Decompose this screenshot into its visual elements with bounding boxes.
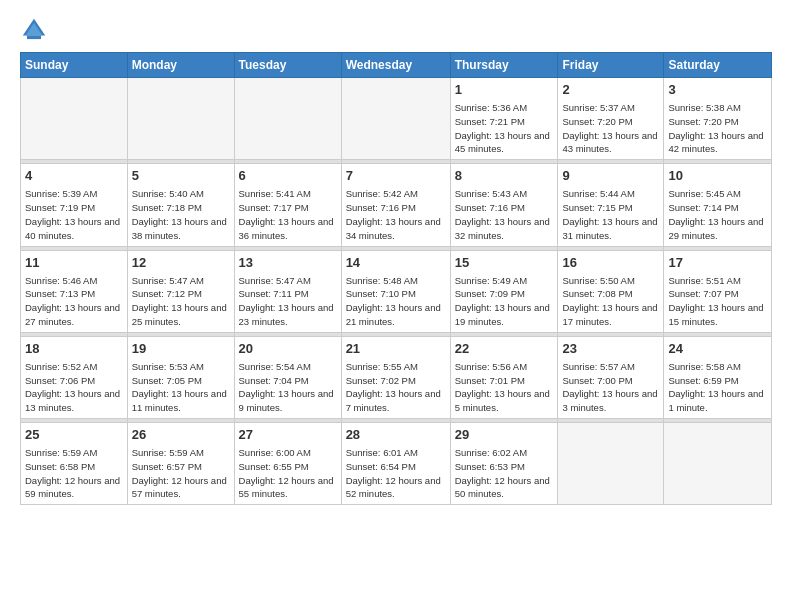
calendar-day-cell [21, 78, 128, 160]
day-number: 15 [455, 254, 554, 272]
calendar-day-cell: 6Sunrise: 5:41 AMSunset: 7:17 PMDaylight… [234, 164, 341, 246]
calendar-table: Sunday Monday Tuesday Wednesday Thursday… [20, 52, 772, 505]
calendar-day-cell: 27Sunrise: 6:00 AMSunset: 6:55 PMDayligh… [234, 423, 341, 505]
calendar-week-row: 25Sunrise: 5:59 AMSunset: 6:58 PMDayligh… [21, 423, 772, 505]
day-number: 18 [25, 340, 123, 358]
calendar-day-cell [558, 423, 664, 505]
day-number: 5 [132, 167, 230, 185]
day-info: Sunrise: 5:39 AMSunset: 7:19 PMDaylight:… [25, 187, 123, 242]
calendar-day-cell: 20Sunrise: 5:54 AMSunset: 7:04 PMDayligh… [234, 336, 341, 418]
day-number: 7 [346, 167, 446, 185]
header-monday: Monday [127, 53, 234, 78]
day-number: 6 [239, 167, 337, 185]
calendar-day-cell: 3Sunrise: 5:38 AMSunset: 7:20 PMDaylight… [664, 78, 772, 160]
calendar-day-cell: 16Sunrise: 5:50 AMSunset: 7:08 PMDayligh… [558, 250, 664, 332]
header-friday: Friday [558, 53, 664, 78]
calendar-week-row: 11Sunrise: 5:46 AMSunset: 7:13 PMDayligh… [21, 250, 772, 332]
header-saturday: Saturday [664, 53, 772, 78]
day-info: Sunrise: 5:41 AMSunset: 7:17 PMDaylight:… [239, 187, 337, 242]
calendar-day-cell: 8Sunrise: 5:43 AMSunset: 7:16 PMDaylight… [450, 164, 558, 246]
weekday-header-row: Sunday Monday Tuesday Wednesday Thursday… [21, 53, 772, 78]
calendar-day-cell: 22Sunrise: 5:56 AMSunset: 7:01 PMDayligh… [450, 336, 558, 418]
calendar-day-cell: 18Sunrise: 5:52 AMSunset: 7:06 PMDayligh… [21, 336, 128, 418]
calendar-day-cell: 13Sunrise: 5:47 AMSunset: 7:11 PMDayligh… [234, 250, 341, 332]
calendar-day-cell: 19Sunrise: 5:53 AMSunset: 7:05 PMDayligh… [127, 336, 234, 418]
day-info: Sunrise: 5:40 AMSunset: 7:18 PMDaylight:… [132, 187, 230, 242]
day-info: Sunrise: 5:53 AMSunset: 7:05 PMDaylight:… [132, 360, 230, 415]
day-info: Sunrise: 5:42 AMSunset: 7:16 PMDaylight:… [346, 187, 446, 242]
day-info: Sunrise: 5:59 AMSunset: 6:58 PMDaylight:… [25, 446, 123, 501]
day-info: Sunrise: 5:48 AMSunset: 7:10 PMDaylight:… [346, 274, 446, 329]
day-info: Sunrise: 5:37 AMSunset: 7:20 PMDaylight:… [562, 101, 659, 156]
day-info: Sunrise: 5:47 AMSunset: 7:11 PMDaylight:… [239, 274, 337, 329]
day-info: Sunrise: 5:55 AMSunset: 7:02 PMDaylight:… [346, 360, 446, 415]
day-number: 3 [668, 81, 767, 99]
calendar-day-cell: 11Sunrise: 5:46 AMSunset: 7:13 PMDayligh… [21, 250, 128, 332]
day-info: Sunrise: 5:57 AMSunset: 7:00 PMDaylight:… [562, 360, 659, 415]
day-info: Sunrise: 5:46 AMSunset: 7:13 PMDaylight:… [25, 274, 123, 329]
header-thursday: Thursday [450, 53, 558, 78]
day-info: Sunrise: 5:38 AMSunset: 7:20 PMDaylight:… [668, 101, 767, 156]
day-number: 29 [455, 426, 554, 444]
header [20, 16, 772, 44]
day-info: Sunrise: 5:45 AMSunset: 7:14 PMDaylight:… [668, 187, 767, 242]
day-info: Sunrise: 6:01 AMSunset: 6:54 PMDaylight:… [346, 446, 446, 501]
calendar-week-row: 18Sunrise: 5:52 AMSunset: 7:06 PMDayligh… [21, 336, 772, 418]
calendar-day-cell: 12Sunrise: 5:47 AMSunset: 7:12 PMDayligh… [127, 250, 234, 332]
day-info: Sunrise: 5:47 AMSunset: 7:12 PMDaylight:… [132, 274, 230, 329]
day-number: 24 [668, 340, 767, 358]
calendar-day-cell: 14Sunrise: 5:48 AMSunset: 7:10 PMDayligh… [341, 250, 450, 332]
calendar-day-cell: 17Sunrise: 5:51 AMSunset: 7:07 PMDayligh… [664, 250, 772, 332]
calendar-day-cell: 21Sunrise: 5:55 AMSunset: 7:02 PMDayligh… [341, 336, 450, 418]
day-info: Sunrise: 6:02 AMSunset: 6:53 PMDaylight:… [455, 446, 554, 501]
day-number: 13 [239, 254, 337, 272]
calendar-day-cell [127, 78, 234, 160]
day-info: Sunrise: 5:49 AMSunset: 7:09 PMDaylight:… [455, 274, 554, 329]
day-number: 12 [132, 254, 230, 272]
day-number: 10 [668, 167, 767, 185]
calendar-day-cell: 25Sunrise: 5:59 AMSunset: 6:58 PMDayligh… [21, 423, 128, 505]
day-number: 16 [562, 254, 659, 272]
calendar-day-cell: 23Sunrise: 5:57 AMSunset: 7:00 PMDayligh… [558, 336, 664, 418]
general-blue-logo-icon [20, 16, 48, 44]
calendar-day-cell [664, 423, 772, 505]
calendar-day-cell: 26Sunrise: 5:59 AMSunset: 6:57 PMDayligh… [127, 423, 234, 505]
day-info: Sunrise: 5:58 AMSunset: 6:59 PMDaylight:… [668, 360, 767, 415]
day-info: Sunrise: 5:56 AMSunset: 7:01 PMDaylight:… [455, 360, 554, 415]
day-info: Sunrise: 5:43 AMSunset: 7:16 PMDaylight:… [455, 187, 554, 242]
page: Sunday Monday Tuesday Wednesday Thursday… [0, 0, 792, 515]
calendar-day-cell: 29Sunrise: 6:02 AMSunset: 6:53 PMDayligh… [450, 423, 558, 505]
header-wednesday: Wednesday [341, 53, 450, 78]
day-info: Sunrise: 5:54 AMSunset: 7:04 PMDaylight:… [239, 360, 337, 415]
calendar-day-cell [234, 78, 341, 160]
calendar-week-row: 4Sunrise: 5:39 AMSunset: 7:19 PMDaylight… [21, 164, 772, 246]
day-number: 8 [455, 167, 554, 185]
logo [20, 16, 52, 44]
calendar-day-cell: 10Sunrise: 5:45 AMSunset: 7:14 PMDayligh… [664, 164, 772, 246]
day-number: 9 [562, 167, 659, 185]
day-number: 4 [25, 167, 123, 185]
day-info: Sunrise: 5:36 AMSunset: 7:21 PMDaylight:… [455, 101, 554, 156]
calendar-day-cell [341, 78, 450, 160]
day-number: 2 [562, 81, 659, 99]
day-number: 19 [132, 340, 230, 358]
svg-rect-2 [27, 36, 41, 40]
calendar-day-cell: 7Sunrise: 5:42 AMSunset: 7:16 PMDaylight… [341, 164, 450, 246]
calendar-day-cell: 4Sunrise: 5:39 AMSunset: 7:19 PMDaylight… [21, 164, 128, 246]
day-number: 25 [25, 426, 123, 444]
day-info: Sunrise: 6:00 AMSunset: 6:55 PMDaylight:… [239, 446, 337, 501]
day-number: 27 [239, 426, 337, 444]
day-number: 17 [668, 254, 767, 272]
day-number: 26 [132, 426, 230, 444]
day-number: 20 [239, 340, 337, 358]
calendar-week-row: 1Sunrise: 5:36 AMSunset: 7:21 PMDaylight… [21, 78, 772, 160]
calendar-day-cell: 5Sunrise: 5:40 AMSunset: 7:18 PMDaylight… [127, 164, 234, 246]
day-number: 11 [25, 254, 123, 272]
day-info: Sunrise: 5:50 AMSunset: 7:08 PMDaylight:… [562, 274, 659, 329]
day-info: Sunrise: 5:51 AMSunset: 7:07 PMDaylight:… [668, 274, 767, 329]
header-sunday: Sunday [21, 53, 128, 78]
calendar-day-cell: 1Sunrise: 5:36 AMSunset: 7:21 PMDaylight… [450, 78, 558, 160]
calendar-day-cell: 2Sunrise: 5:37 AMSunset: 7:20 PMDaylight… [558, 78, 664, 160]
day-number: 28 [346, 426, 446, 444]
calendar-day-cell: 28Sunrise: 6:01 AMSunset: 6:54 PMDayligh… [341, 423, 450, 505]
